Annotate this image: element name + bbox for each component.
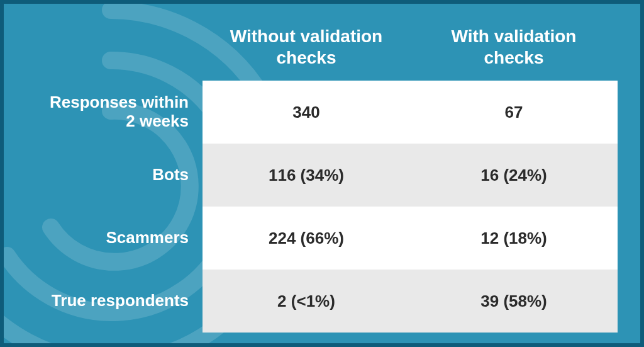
row-header-true-respondents: True respondents [26,270,203,333]
table-header-row: Without validationchecks With validation… [26,14,618,81]
table-row: Bots 116 (34%) 16 (24%) [26,144,618,207]
cell-value: 39 (58%) [410,270,618,333]
cell-value: 12 (18%) [410,207,618,270]
table-row: Scammers 224 (66%) 12 (18%) [26,207,618,270]
row-header-label: True respondents [52,291,189,310]
header-spacer [26,14,203,81]
cell-value: 67 [410,81,618,144]
row-header-label: Scammers [106,228,189,247]
row-header-label: Bots [152,165,189,184]
row-header-label: Responses within2 weeks [50,93,189,130]
row-header-responses: Responses within2 weeks [26,81,203,144]
column-header-label: Without validationchecks [230,26,382,67]
comparison-table-container: Without validationchecks With validation… [26,14,618,333]
column-header-without: Without validationchecks [203,14,410,81]
column-header-label: With validationchecks [452,26,577,67]
row-header-scammers: Scammers [26,207,203,270]
row-header-bots: Bots [26,144,203,207]
cell-value: 224 (66%) [203,207,410,270]
cell-value: 2 (<1%) [203,270,410,333]
comparison-table: Without validationchecks With validation… [26,14,618,333]
chart-frame: Without validationchecks With validation… [4,4,640,343]
table-row: True respondents 2 (<1%) 39 (58%) [26,270,618,333]
cell-value: 16 (24%) [410,144,618,207]
cell-value: 116 (34%) [203,144,410,207]
column-header-with: With validationchecks [410,14,618,81]
table-row: Responses within2 weeks 340 67 [26,81,618,144]
cell-value: 340 [203,81,410,144]
